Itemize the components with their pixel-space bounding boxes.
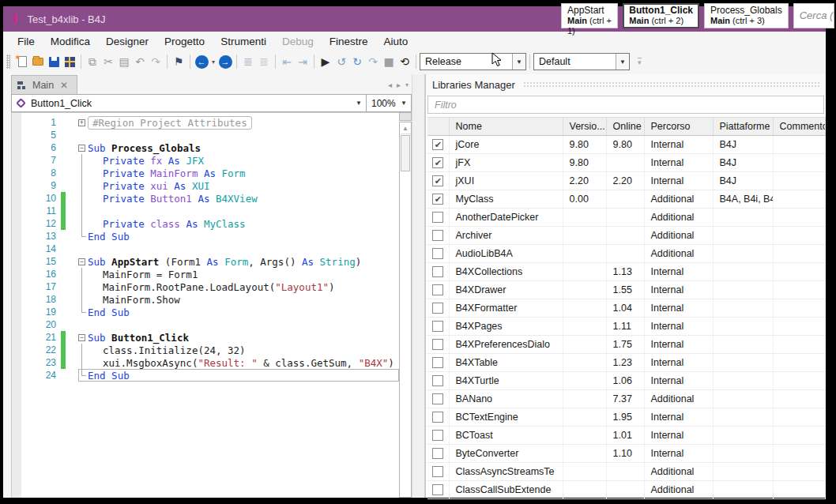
code-line[interactable]: 15−Sub AppStart (Form1 As Form, Args() A… — [12, 255, 399, 268]
library-row[interactable]: ✔jFX9.80InternalB4J — [427, 154, 825, 172]
menu-finestre[interactable]: Finestre — [322, 33, 376, 50]
library-checkbox[interactable]: ✔ — [432, 157, 443, 168]
menu-file[interactable]: File — [9, 33, 43, 50]
quick-sub-button-appstart[interactable]: AppStartMain (ctrl + 1) — [561, 3, 618, 28]
chevron-down-icon[interactable]: ▼ — [512, 54, 525, 70]
menu-aiuto[interactable]: Aiuto — [375, 33, 416, 50]
tab-scroll-left-icon[interactable]: ◂ — [388, 81, 392, 89]
library-checkbox[interactable] — [432, 393, 443, 404]
uncomment-icon[interactable]: ⇥ — [295, 54, 311, 70]
scroll-up-icon[interactable]: ▲ — [400, 122, 411, 134]
fold-collapse-icon[interactable]: − — [78, 334, 85, 341]
library-row[interactable]: B4XTable1.23Internal — [427, 354, 825, 372]
code-line[interactable]: 7Private fx As JFX — [12, 154, 399, 167]
copy-icon[interactable]: ⧉ — [85, 54, 100, 70]
chevron-down-icon[interactable]: ▼ — [352, 100, 366, 107]
code-line[interactable]: 6−Sub Process_Globals — [12, 141, 399, 154]
library-checkbox[interactable]: ✔ — [432, 139, 443, 150]
back-menu-caret-icon[interactable]: ▾ — [209, 58, 217, 66]
fold-marker[interactable]: − — [78, 331, 88, 344]
editor-scrollbar[interactable]: ▲ — [399, 112, 412, 498]
code-line[interactable]: 20 — [12, 318, 399, 331]
export-package-icon[interactable] — [62, 54, 77, 70]
menu-strumenti[interactable]: Strumenti — [213, 33, 274, 50]
library-row[interactable]: BCTextEngine1.95Internal — [427, 408, 825, 427]
save-icon[interactable] — [46, 54, 62, 70]
column-header-Versio...[interactable]: Versio... — [563, 118, 606, 136]
tab-main[interactable]: Main ✕ — [11, 75, 77, 94]
menu-designer[interactable]: Designer — [98, 33, 156, 50]
library-row[interactable]: ByteConverter1.10Internal — [427, 445, 825, 463]
code-line[interactable]: 17MainForm.RootPane.LoadLayout("Layout1"… — [12, 280, 399, 293]
code-line[interactable]: 23xui.MsgboxAsync("Result: " & class.Get… — [12, 356, 399, 369]
navigate-forward-icon[interactable]: → — [217, 54, 233, 70]
fold-collapse-icon[interactable]: − — [78, 258, 85, 265]
library-row[interactable]: B4XFormatter1.04Internal — [427, 299, 825, 318]
scrollbar-thumb[interactable] — [401, 135, 410, 171]
library-checkbox[interactable] — [432, 466, 443, 477]
library-row[interactable]: B4XDrawer1.55Internal — [427, 281, 825, 299]
library-checkbox[interactable]: ✔ — [432, 175, 443, 186]
zoom-selector[interactable]: 100% ▼ — [367, 94, 412, 112]
library-row[interactable]: BCToast1.01Internal — [427, 427, 825, 445]
sub-selector[interactable]: Button1_Click ▼ — [11, 94, 367, 112]
undo-icon[interactable]: ↶ — [132, 54, 148, 70]
column-header-Nome[interactable]: Nome — [449, 118, 563, 136]
format-list-icon[interactable]: ≣ — [240, 54, 256, 70]
chevron-down-icon[interactable]: ▼ — [397, 100, 411, 107]
code-line[interactable]: 18MainForm.Show — [12, 293, 399, 306]
code-line[interactable]: 11 — [12, 205, 399, 217]
cut-icon[interactable]: ✂ — [100, 54, 116, 70]
fold-expand-icon[interactable]: + — [78, 119, 85, 126]
rebuild-icon[interactable]: ⟲ — [397, 54, 412, 70]
build-config-select[interactable]: Release ▼ — [420, 53, 526, 70]
library-row[interactable]: AudioLibB4AAdditional — [427, 245, 825, 263]
library-row[interactable]: ArchiverAdditional — [427, 227, 825, 245]
code-line[interactable]: 24End Sub — [12, 369, 399, 382]
library-checkbox[interactable] — [432, 212, 443, 223]
column-header-Percorso[interactable]: Percorso — [644, 118, 713, 136]
run-icon[interactable]: ▶ — [318, 54, 333, 70]
menu-modifica[interactable]: Modifica — [43, 33, 98, 50]
paste-icon[interactable]: ▤ — [116, 54, 132, 70]
code-line[interactable]: 8Private MainForm As Form — [12, 167, 399, 179]
library-checkbox[interactable]: ✔ — [432, 194, 443, 205]
library-checkbox[interactable] — [432, 248, 443, 259]
library-row[interactable]: B4XPages1.11Internal — [427, 318, 825, 336]
library-row[interactable]: ClassAsyncStreamsTeAdditional — [427, 463, 825, 481]
library-checkbox[interactable] — [432, 375, 443, 386]
toolbar-overflow-icon[interactable]: ▾ — [638, 58, 642, 66]
column-header-Piattaforme[interactable]: Piattaforme — [713, 118, 773, 136]
navigate-back-icon[interactable]: ← — [194, 54, 209, 70]
code-line[interactable]: 5 — [12, 129, 399, 141]
step-icon[interactable]: ↷ — [365, 54, 381, 70]
quick-sub-button-process_globals[interactable]: Process_GlobalsMain (ctrl + 3) — [704, 3, 789, 28]
fold-marker[interactable]: − — [78, 255, 88, 268]
search-input[interactable]: Cerca (Ctr — [793, 3, 834, 28]
new-file-icon[interactable]: ✶ — [14, 54, 30, 70]
library-checkbox[interactable] — [432, 321, 443, 332]
panel-splitter[interactable] — [412, 74, 425, 498]
redo-icon[interactable]: ↷ — [148, 54, 164, 70]
library-checkbox[interactable] — [432, 339, 443, 350]
code-line[interactable]: 22class.Initialize(24, 32) — [12, 344, 399, 356]
stop-icon[interactable]: ■ — [381, 54, 397, 70]
library-filter-input[interactable]: Filtro — [427, 96, 824, 114]
bookmark-icon[interactable]: ⚑ — [171, 54, 186, 70]
run-config-select[interactable]: Default ▼ — [533, 53, 630, 70]
code-line[interactable]: 16MainForm = Form1 — [12, 268, 399, 280]
library-row[interactable]: B4XTurtle1.06Internal — [427, 372, 825, 390]
restart-icon[interactable]: ↻ — [349, 54, 365, 70]
menu-debug[interactable]: Debug — [274, 33, 322, 50]
format-list2-icon[interactable]: ≣ — [256, 54, 272, 70]
library-row[interactable]: AnotherDatePickerAdditional — [427, 209, 825, 227]
code-editor[interactable]: 1+#Region Project Attributes56−Sub Proce… — [11, 112, 399, 498]
library-checkbox[interactable] — [432, 266, 443, 277]
code-line[interactable]: 14 — [12, 243, 399, 255]
fold-marker[interactable]: + — [78, 116, 88, 129]
library-checkbox[interactable] — [432, 412, 443, 423]
code-line[interactable]: 12Private class As MyClass — [12, 217, 399, 230]
library-checkbox[interactable] — [432, 230, 443, 241]
library-row[interactable]: ✔jCore9.809.80InternalB4J — [427, 136, 825, 154]
open-project-icon[interactable] — [30, 54, 46, 70]
